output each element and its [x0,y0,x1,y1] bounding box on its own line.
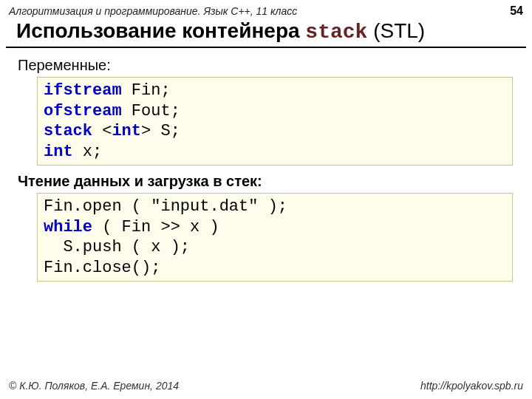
code-text: Fin.close(); [44,259,160,277]
code-text: Fin; [122,81,171,100]
footer-url: http://kpolyakov.spb.ru [420,380,523,392]
title-rule [6,47,526,48]
kw-ifstream: ifstream [44,81,122,100]
code-text: S.push ( x ); [44,238,190,256]
kw-int: int [112,122,141,140]
kw-int: int [44,143,73,161]
code-text: > S; [141,122,180,140]
slide-footer: © К.Ю. Поляков, Е.А. Еремин, 2014 http:/… [9,380,523,392]
title-code: stack [305,21,367,44]
code-text: < [92,122,112,140]
code-text: x; [73,143,103,161]
title-suffix: (STL) [367,19,425,42]
slide-title: Использование контейнера stack (STL) [0,18,532,47]
breadcrumb: Алгоритмизация и программирование. Язык … [9,5,297,17]
section-variables-label: Переменные: [0,54,532,77]
copyright: © К.Ю. Поляков, Е.А. Еремин, 2014 [9,380,179,392]
code-text: Fin.open ( "input.dat" ); [44,197,287,216]
code-block-reading: Fin.open ( "input.dat" ); while ( Fin >>… [37,193,513,282]
slide-header: Алгоритмизация и программирование. Язык … [0,0,532,18]
section-reading-label: Чтение данных и загрузка в стек: [0,170,532,193]
title-prefix: Использование контейнера [16,19,305,42]
code-text: ( Fin >> x ) [92,218,219,236]
code-text: Fout; [122,102,180,120]
kw-ofstream: ofstream [44,102,122,120]
kw-while: while [44,218,92,236]
page-number: 54 [510,4,523,18]
code-block-variables: ifstream Fin; ofstream Fout; stack <int>… [37,77,513,166]
kw-stack: stack [44,122,92,140]
